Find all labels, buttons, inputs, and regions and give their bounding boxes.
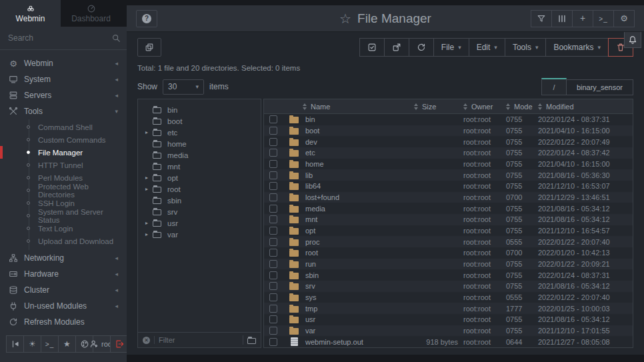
theme-button[interactable]: ☀ [23, 335, 41, 353]
user-button[interactable]: root [93, 335, 111, 353]
row-checkbox[interactable] [269, 149, 277, 157]
table-row-sys[interactable]: sysroot:root05552022/01/22 - 20:07:40 [264, 292, 633, 303]
menu-edit-button[interactable]: Edit▾ [469, 38, 505, 57]
breadcrumb-current-button[interactable]: binary_sensor [567, 79, 633, 95]
sidebar-item-hardware[interactable]: Hardware◂ [0, 266, 127, 282]
table-row-usr[interactable]: usrroot:root07552021/08/16 - 05:34:12 [264, 314, 633, 325]
sidebar-item-servers[interactable]: Servers◂ [0, 87, 127, 103]
column-header-size[interactable]: Size [414, 103, 463, 111]
menu-file-button[interactable]: File▾ [433, 38, 469, 57]
favorites-button[interactable]: ★ [58, 335, 76, 353]
table-row-media[interactable]: mediaroot:root07552021/08/16 - 05:34:12 [264, 203, 633, 214]
table-row-srv[interactable]: srvroot:root07552021/08/16 - 05:34:12 [264, 281, 633, 292]
row-checkbox[interactable] [269, 138, 277, 146]
sidebar-item-http-tunnel[interactable]: HTTP Tunnel [0, 159, 127, 171]
column-header-name[interactable]: Name [283, 103, 414, 111]
table-row-etc[interactable]: etcroot:root07552022/01/24 - 08:37:42 [264, 147, 633, 159]
tree-filter-input[interactable] [159, 336, 239, 344]
expander-icon[interactable]: ▸ [145, 186, 153, 192]
sidebar-item-un-used-modules[interactable]: Un-used Modules◂ [0, 298, 127, 314]
sidebar-item-refresh-modules[interactable]: Refresh Modules [0, 314, 127, 330]
select-all-button[interactable] [359, 38, 385, 57]
terminal-button[interactable]: >_ [41, 335, 59, 353]
table-row-home[interactable]: homeroot:root07552021/04/10 - 16:15:00 [264, 159, 633, 170]
plus-button[interactable]: + [572, 10, 593, 27]
sidebar-item-custom-commands[interactable]: Custom Commands [0, 133, 127, 146]
expander-icon[interactable]: ▸ [145, 175, 153, 181]
sidebar-item-protected-web-directories[interactable]: Protected Web Directories [0, 184, 127, 197]
table-row-tmp[interactable]: tmproot:root17772022/01/25 - 10:00:03 [264, 303, 633, 314]
star-outline-icon[interactable]: ☆ [339, 11, 351, 27]
tree-item-sbin[interactable]: sbin [138, 195, 261, 206]
settings-button[interactable]: ⚙ [613, 10, 635, 27]
table-row-webmin-setup-out[interactable]: webmin-setup.out918 bytesroot:root064420… [264, 336, 633, 347]
sidebar-item-webmin[interactable]: ⚙Webmin◂ [0, 55, 127, 71]
sidebar-item-upload-and-download[interactable]: Upload and Download [0, 235, 127, 247]
expander-icon[interactable]: ▸ [145, 220, 153, 226]
folder-icon[interactable] [247, 338, 256, 344]
table-row-lib64[interactable]: lib64root:root07552021/12/10 - 16:53:07 [264, 181, 633, 192]
collapse-sidebar-button[interactable] [6, 335, 24, 353]
table-row-opt[interactable]: optroot:root07552021/12/10 - 16:54:57 [264, 225, 633, 237]
notifications-button[interactable] [624, 32, 641, 48]
row-checkbox[interactable] [269, 315, 277, 323]
menu-tools-button[interactable]: Tools▾ [505, 38, 547, 57]
sidebar-item-file-manager[interactable]: File Manager [0, 146, 127, 159]
tree-item-etc[interactable]: ▸etc [138, 127, 261, 138]
sidebar-item-command-shell[interactable]: Command Shell [0, 121, 127, 133]
tree-item-var[interactable]: ▸var [138, 229, 261, 240]
tree-item-bin[interactable]: bin [138, 104, 261, 115]
table-row-proc[interactable]: procroot:root05552022/01/22 - 20:07:40 [264, 236, 633, 247]
row-checkbox[interactable] [269, 305, 277, 313]
table-row-bin[interactable]: binroot:root07552022/01/24 - 08:37:31 [264, 114, 633, 125]
sidebar-item-text-login[interactable]: Text Login [0, 222, 127, 235]
row-checkbox[interactable] [269, 127, 277, 135]
table-row-run[interactable]: runroot:root07552022/01/22 - 20:09:21 [264, 259, 633, 270]
sidebar-item-cluster[interactable]: Cluster◂ [0, 282, 127, 298]
tree-item-opt[interactable]: ▸opt [138, 172, 261, 183]
row-checkbox[interactable] [269, 205, 277, 213]
table-row-root[interactable]: rootroot:root07002022/01/20 - 10:42:13 [264, 247, 633, 259]
table-row-sbin[interactable]: sbinroot:root07552022/01/24 - 08:37:31 [264, 269, 633, 281]
row-checkbox[interactable] [269, 160, 277, 168]
clear-filter-icon[interactable]: ✕ [143, 337, 150, 344]
column-header-modified[interactable]: Modified [538, 103, 633, 111]
row-checkbox[interactable] [269, 327, 277, 335]
breadcrumb-root-button[interactable]: / [541, 78, 567, 95]
table-row-lost-found[interactable]: lost+foundroot:root07002021/12/29 - 13:4… [264, 192, 633, 203]
sidebar-item-tools[interactable]: Tools▾ [0, 103, 127, 119]
tree-item-media[interactable]: media [138, 149, 261, 161]
tab-dashboard[interactable]: Dashboard [61, 0, 121, 27]
filter-button[interactable] [531, 10, 552, 27]
column-header-owner[interactable]: Owner [463, 103, 506, 111]
expander-icon[interactable]: ▸ [145, 129, 153, 135]
tab-webmin[interactable]: Webmin [0, 0, 61, 27]
row-checkbox[interactable] [269, 215, 277, 223]
page-size-select[interactable]: 30 ▾ [163, 79, 204, 95]
row-checkbox[interactable] [269, 115, 277, 123]
row-checkbox[interactable] [269, 182, 277, 190]
sidebar-item-networking[interactable]: Networking◂ [0, 250, 127, 266]
row-checkbox[interactable] [269, 338, 277, 346]
row-checkbox[interactable] [269, 171, 277, 179]
logout-button[interactable] [110, 335, 128, 353]
sidebar-item-system[interactable]: System◂ [0, 71, 127, 87]
row-checkbox[interactable] [269, 249, 277, 257]
tree-item-home[interactable]: home [138, 138, 261, 149]
table-row-var[interactable]: varroot:root07552021/12/10 - 17:01:55 [264, 325, 633, 337]
copy-button[interactable] [137, 38, 161, 57]
row-checkbox[interactable] [269, 293, 277, 301]
sidebar-item-system-and-server-status[interactable]: System and Server Status [0, 209, 127, 222]
row-checkbox[interactable] [269, 193, 277, 201]
row-checkbox[interactable] [269, 238, 277, 246]
column-header-mode[interactable]: Mode [506, 103, 538, 111]
columns-button[interactable] [551, 10, 573, 27]
row-checkbox[interactable] [269, 227, 277, 235]
tree-item-srv[interactable]: srv [138, 206, 261, 217]
tree-item-root[interactable]: ▸root [138, 183, 261, 195]
table-row-dev[interactable]: devroot:root07552022/01/22 - 20:07:49 [264, 136, 633, 147]
table-row-boot[interactable]: bootroot:root07552021/04/10 - 16:15:00 [264, 125, 633, 137]
terminal-button[interactable]: >_ [593, 10, 614, 27]
table-row-mnt[interactable]: mntroot:root07552021/08/16 - 05:34:12 [264, 214, 633, 225]
row-checkbox[interactable] [269, 271, 277, 279]
